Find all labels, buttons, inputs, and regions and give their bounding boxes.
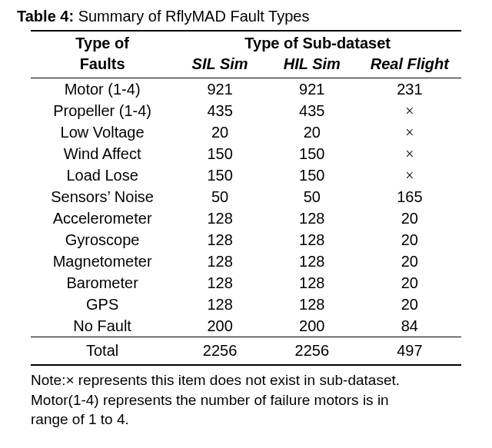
table-row: Wind Affect150150× [31, 143, 461, 164]
cell-hil: 128 [266, 207, 358, 229]
cell-sil: 435 [174, 100, 266, 121]
cell-fault-type: No Fault [31, 315, 174, 337]
cell-real: × [358, 164, 461, 186]
cell-hil: 200 [266, 315, 358, 337]
hdr-type-of-sub: Type of Sub-dataset [174, 31, 461, 52]
cell-hil: 150 [266, 164, 358, 186]
cell-real: × [358, 143, 461, 164]
cell-fault-type: Gyroscope [31, 229, 174, 251]
total-sil: 2256 [174, 337, 266, 366]
cell-fault-type: GPS [31, 294, 174, 315]
cell-sil: 150 [174, 164, 266, 186]
cell-hil: 128 [266, 294, 358, 315]
cell-real: 20 [358, 207, 461, 229]
table-row: Accelerometer12812820 [31, 207, 461, 229]
cell-fault-type: Propeller (1-4) [31, 100, 174, 121]
total-row: Total 2256 2256 497 [31, 337, 461, 366]
hdr-type-of: Type of [31, 31, 174, 52]
cell-hil: 128 [266, 229, 358, 251]
cell-sil: 20 [174, 121, 266, 143]
cell-real: 20 [358, 229, 461, 251]
cell-sil: 128 [174, 294, 266, 315]
cell-real: 20 [358, 272, 461, 294]
total-hil: 2256 [266, 337, 358, 366]
table-body: Motor (1-4)921921231Propeller (1-4)43543… [31, 78, 461, 337]
cell-sil: 921 [174, 78, 266, 101]
caption-number: Table 4: [17, 8, 74, 25]
table-row: GPS12812820 [31, 294, 461, 315]
total-real: 497 [358, 337, 461, 366]
cell-hil: 435 [266, 100, 358, 121]
cell-hil: 128 [266, 251, 358, 272]
cell-fault-type: Low Voltage [31, 121, 174, 143]
table-row: Gyroscope12812820 [31, 229, 461, 251]
note-line-3: range of 1 to 4. [31, 411, 129, 427]
cell-fault-type: Sensors’ Noise [31, 186, 174, 207]
cell-hil: 20 [266, 121, 358, 143]
cell-fault-type: Motor (1-4) [31, 78, 174, 101]
table-row: No Fault20020084 [31, 315, 461, 337]
cell-fault-type: Barometer [31, 272, 174, 294]
cell-fault-type: Wind Affect [31, 143, 174, 164]
cell-fault-type: Load Lose [31, 164, 174, 186]
cell-real: 20 [358, 294, 461, 315]
table-note: Note:× represents this item does not exi… [31, 370, 461, 430]
cell-sil: 150 [174, 143, 266, 164]
cell-hil: 150 [266, 143, 358, 164]
hdr-col-hil: HIL Sim [266, 52, 358, 78]
hdr-col-real: Real Flight [358, 52, 461, 78]
cell-hil: 921 [266, 78, 358, 101]
cell-real: × [358, 121, 461, 143]
table-row: Propeller (1-4)435435× [31, 100, 461, 121]
note-line-2: Motor(1-4) represents the number of fail… [31, 392, 389, 408]
table-row: Magnetometer12812820 [31, 251, 461, 272]
cell-real: 84 [358, 315, 461, 337]
table-row: Motor (1-4)921921231 [31, 78, 461, 101]
cell-real: 20 [358, 251, 461, 272]
table-row: Load Lose150150× [31, 164, 461, 186]
cell-sil: 128 [174, 229, 266, 251]
hdr-col-sil: SIL Sim [174, 52, 266, 78]
cell-hil: 50 [266, 186, 358, 207]
hdr-faults: Faults [31, 52, 174, 78]
table-row: Sensors’ Noise5050165 [31, 186, 461, 207]
cell-sil: 128 [174, 251, 266, 272]
cell-sil: 50 [174, 186, 266, 207]
total-label: Total [31, 337, 174, 366]
table-row: Barometer12812820 [31, 272, 461, 294]
cell-real: × [358, 100, 461, 121]
note-line-1: Note:× represents this item does not exi… [31, 372, 400, 388]
cell-real: 231 [358, 78, 461, 101]
cell-sil: 200 [174, 315, 266, 337]
table-row: Low Voltage2020× [31, 121, 461, 143]
cell-hil: 128 [266, 272, 358, 294]
caption-text: Summary of RflyMAD Fault Types [74, 8, 309, 25]
cell-sil: 128 [174, 272, 266, 294]
table-caption: Table 4: Summary of RflyMAD Fault Types [17, 8, 475, 25]
cell-real: 165 [358, 186, 461, 207]
cell-fault-type: Accelerometer [31, 207, 174, 229]
fault-summary-table: Type of Type of Sub-dataset Faults SIL S… [31, 30, 461, 366]
cell-fault-type: Magnetometer [31, 251, 174, 272]
cell-sil: 128 [174, 207, 266, 229]
